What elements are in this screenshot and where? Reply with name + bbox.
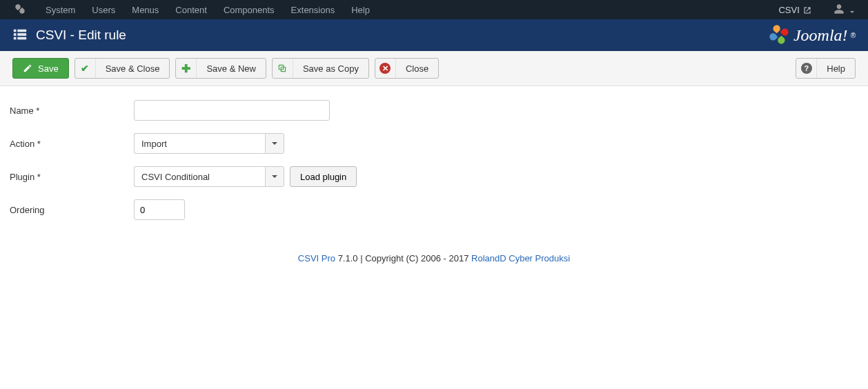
topbar-left: System Users Menus Content Components Ex… (6, 0, 378, 21)
menu-help[interactable]: Help (343, 1, 378, 19)
svg-rect-5 (17, 37, 26, 39)
caret-down-icon (272, 175, 277, 178)
menu-system[interactable]: System (37, 1, 83, 19)
row-plugin: Plugin * CSVI Conditional Load plugin (10, 166, 858, 187)
page-header: CSVI - Edit rule Joomla! ® (0, 19, 868, 51)
admin-topbar: System Users Menus Content Components Ex… (0, 0, 868, 19)
svg-rect-0 (14, 29, 17, 32)
save-close-label: Save & Close (96, 63, 170, 74)
row-action: Action * Import (10, 133, 858, 154)
menu-components[interactable]: Components (215, 1, 283, 19)
close-button[interactable]: ✕ Close (375, 58, 439, 79)
plugin-select-value: CSVI Conditional (134, 166, 265, 187)
menu-extensions[interactable]: Extensions (283, 1, 344, 19)
question-icon: ? (796, 59, 817, 78)
list-icon (12, 27, 28, 44)
svg-rect-4 (14, 37, 17, 39)
name-label: Name * (10, 106, 134, 116)
help-label: Help (817, 63, 855, 74)
plugin-select[interactable]: CSVI Conditional (134, 166, 284, 187)
load-plugin-button[interactable]: Load plugin (290, 166, 357, 187)
joomla-brand-text: Joomla! (793, 26, 848, 45)
save-close-button[interactable]: ✔ Save & Close (75, 58, 170, 79)
action-label: Action * (10, 139, 134, 149)
header-left: CSVI - Edit rule (12, 27, 126, 44)
save-new-label: Save & New (197, 63, 266, 74)
user-menu[interactable] (825, 0, 862, 21)
page-title: CSVI - Edit rule (36, 28, 126, 43)
user-icon (834, 3, 845, 14)
save-label: Save (34, 63, 68, 74)
joomla-icon[interactable] (6, 0, 37, 21)
menu-users[interactable]: Users (83, 1, 124, 19)
help-button[interactable]: ? Help (796, 58, 856, 79)
action-select[interactable]: Import (134, 133, 284, 154)
action-select-value: Import (134, 133, 265, 154)
action-caret[interactable] (265, 133, 284, 154)
close-icon: ✕ (375, 59, 396, 78)
caret-down-icon (272, 142, 277, 145)
save-copy-button[interactable]: Save as Copy (272, 58, 369, 79)
plugin-label: Plugin * (10, 172, 134, 182)
name-input[interactable] (134, 100, 330, 121)
ordering-label: Ordering (10, 205, 134, 215)
plus-icon: ✚ (176, 59, 197, 78)
apply-icon (13, 59, 34, 78)
toolbar: Save ✔ Save & Close ✚ Save & New Save as… (0, 51, 868, 86)
copy-icon (273, 59, 293, 78)
save-button[interactable]: Save (12, 58, 69, 79)
row-name: Name * (10, 100, 858, 121)
toolbar-right: ? Help (796, 58, 856, 79)
topbar-right: CSVI (770, 0, 862, 21)
svg-rect-3 (17, 33, 26, 36)
toolbar-left: Save ✔ Save & Close ✚ Save & New Save as… (12, 58, 439, 79)
reg-mark: ® (851, 32, 856, 39)
footer-mid: 7.1.0 | Copyright (C) 2006 - 2017 (335, 253, 471, 263)
close-label: Close (396, 63, 438, 74)
plugin-caret[interactable] (265, 166, 284, 187)
form-area: Name * Action * Import Plugin * CSVI Con… (0, 86, 868, 246)
caret-down-icon (850, 11, 854, 13)
check-icon: ✔ (75, 59, 96, 78)
footer-company-link[interactable]: RolandD Cyber Produksi (471, 253, 570, 263)
external-link-icon (803, 6, 811, 14)
save-new-button[interactable]: ✚ Save & New (175, 58, 266, 79)
svg-rect-1 (17, 29, 26, 32)
site-link-label: CSVI (778, 5, 799, 15)
footer: CSVI Pro 7.1.0 | Copyright (C) 2006 - 20… (0, 246, 868, 284)
save-copy-label: Save as Copy (293, 63, 368, 74)
joomla-logo-mark-icon (767, 23, 791, 48)
site-link[interactable]: CSVI (770, 1, 820, 19)
menu-menus[interactable]: Menus (124, 1, 167, 19)
menu-content[interactable]: Content (167, 1, 215, 19)
row-ordering: Ordering (10, 199, 858, 220)
joomla-logo[interactable]: Joomla! ® (767, 23, 856, 48)
ordering-input[interactable] (134, 199, 185, 220)
svg-rect-2 (14, 33, 17, 36)
footer-product-link[interactable]: CSVI Pro (298, 253, 335, 263)
